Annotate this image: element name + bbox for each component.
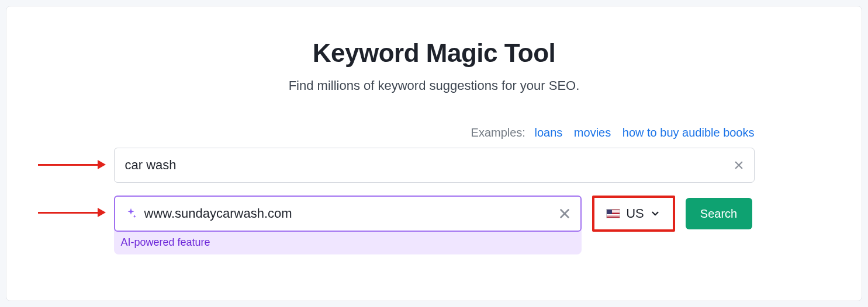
clear-domain-icon[interactable] — [558, 207, 571, 220]
country-block: US — [592, 196, 675, 232]
example-link-audible[interactable]: how to buy audible books — [623, 126, 755, 139]
tool-panel: Keyword Magic Tool Find millions of keyw… — [6, 6, 862, 301]
annotation-box-country: US — [592, 196, 675, 232]
examples-row: Examples: loans movies how to buy audibl… — [114, 126, 755, 139]
flag-us-icon — [606, 209, 620, 218]
annotation-arrow-domain — [38, 208, 106, 217]
domain-input-wrap — [114, 196, 582, 232]
sparkle-icon — [125, 207, 137, 220]
example-link-movies[interactable]: movies — [574, 126, 611, 139]
country-select[interactable]: US — [596, 199, 672, 228]
domain-input[interactable] — [144, 206, 551, 221]
second-row: AI-powered feature US Search — [114, 196, 755, 254]
ai-caption: AI-powered feature — [114, 232, 582, 249]
example-link-loans[interactable]: loans — [534, 126, 562, 139]
search-form: Examples: loans movies how to buy audibl… — [114, 126, 755, 254]
keyword-row — [114, 148, 755, 183]
page-title: Keyword Magic Tool — [30, 39, 838, 68]
clear-keyword-icon[interactable] — [732, 159, 745, 172]
chevron-down-icon — [650, 208, 660, 219]
keyword-input[interactable] — [114, 148, 755, 183]
search-button[interactable]: Search — [686, 198, 752, 229]
country-label: US — [626, 206, 644, 221]
examples-label: Examples: — [471, 126, 525, 139]
domain-block: AI-powered feature — [114, 196, 582, 254]
page-subtitle: Find millions of keyword suggestions for… — [30, 78, 838, 93]
annotation-arrow-keyword — [38, 161, 106, 169]
